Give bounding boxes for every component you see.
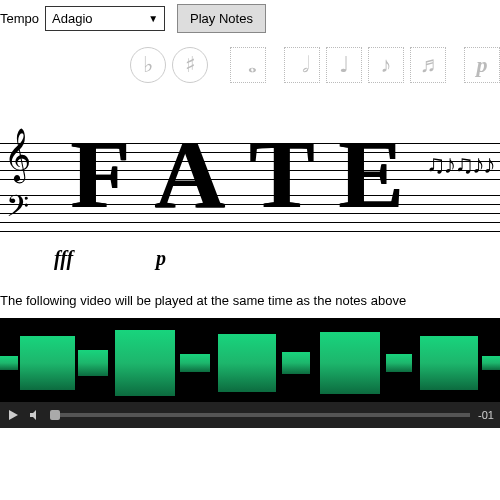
dynamic-p: p [156, 247, 166, 270]
music-score: 𝄞 𝄢 F A T E ♫♪♫♪♪ fff p [0, 105, 500, 275]
sharp-icon: ♯ [185, 52, 196, 78]
tempo-group: Tempo Adagio ▼ [0, 6, 165, 31]
sixteenth-note-icon: ♬ [420, 52, 437, 78]
svg-rect-4 [180, 354, 210, 372]
caption-text: The following video will be played at th… [0, 293, 500, 308]
letter-t: T [249, 133, 310, 216]
play-button[interactable] [6, 408, 20, 422]
volume-button[interactable] [28, 408, 42, 422]
waveform-display [0, 326, 500, 400]
video-controls: -01 [0, 402, 500, 428]
svg-rect-2 [78, 350, 108, 376]
svg-marker-11 [9, 410, 18, 420]
trailing-notes: ♫♪♫♪♪ [426, 149, 494, 180]
svg-rect-8 [386, 354, 412, 372]
svg-rect-9 [420, 336, 478, 390]
progress-bar[interactable] [50, 413, 470, 417]
tempo-select[interactable]: Adagio ▼ [45, 6, 165, 31]
flat-icon: ♭ [143, 52, 153, 78]
svg-rect-10 [482, 356, 500, 370]
note-toolbar: ♭ ♯ 𝅝 𝅗𝅥 ♩ ♪ ♬ p [0, 41, 500, 95]
letter-a: A [154, 133, 221, 216]
treble-clef-icon: 𝄞 [4, 131, 31, 177]
fate-notation: F A T E [70, 133, 399, 216]
bass-clef-icon: 𝄢 [6, 189, 29, 231]
quarter-note-icon: ♩ [339, 52, 349, 78]
tempo-value: Adagio [52, 11, 92, 26]
flat-button[interactable]: ♭ [130, 47, 166, 83]
eighth-note-icon: ♪ [381, 52, 392, 78]
half-note-button[interactable]: 𝅗𝅥 [284, 47, 320, 83]
tempo-label: Tempo [0, 11, 39, 26]
svg-rect-7 [320, 332, 380, 394]
svg-rect-5 [218, 334, 276, 392]
chevron-down-icon: ▼ [148, 13, 158, 24]
svg-rect-6 [282, 352, 310, 374]
video-player: -01 [0, 318, 500, 428]
quarter-note-button[interactable]: ♩ [326, 47, 362, 83]
play-notes-button[interactable]: Play Notes [177, 4, 266, 33]
svg-rect-1 [20, 336, 75, 390]
dynamic-fff: fff [54, 247, 73, 270]
letter-f: F [70, 133, 126, 216]
svg-rect-0 [0, 356, 18, 370]
dynamic-p-icon: p [477, 52, 488, 78]
svg-rect-3 [115, 330, 175, 396]
svg-marker-12 [30, 410, 36, 420]
time-remaining: -01 [478, 409, 494, 421]
sixteenth-note-button[interactable]: ♬ [410, 47, 446, 83]
progress-thumb[interactable] [50, 410, 60, 420]
whole-note-button[interactable]: 𝅝 [230, 47, 266, 83]
letter-e: E [338, 133, 399, 216]
dynamic-p-button[interactable]: p [464, 47, 500, 83]
eighth-note-button[interactable]: ♪ [368, 47, 404, 83]
top-controls: Tempo Adagio ▼ Play Notes [0, 0, 500, 41]
sharp-button[interactable]: ♯ [172, 47, 208, 83]
